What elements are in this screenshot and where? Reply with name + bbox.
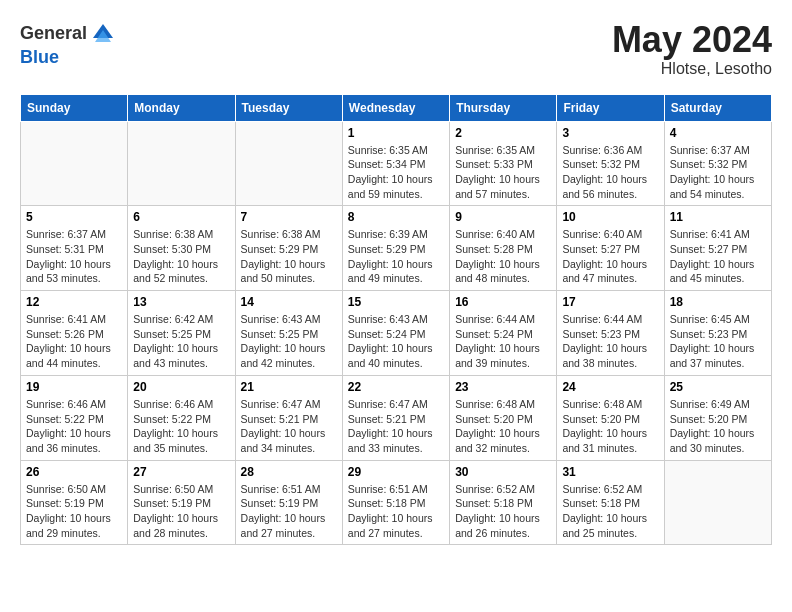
day-info: Sunrise: 6:41 AMSunset: 5:26 PMDaylight:…	[26, 312, 122, 371]
calendar-cell: 18Sunrise: 6:45 AMSunset: 5:23 PMDayligh…	[664, 291, 771, 376]
day-number: 1	[348, 126, 444, 140]
day-number: 4	[670, 126, 766, 140]
calendar-cell	[235, 121, 342, 206]
calendar-cell: 10Sunrise: 6:40 AMSunset: 5:27 PMDayligh…	[557, 206, 664, 291]
day-number: 28	[241, 465, 337, 479]
day-info: Sunrise: 6:47 AMSunset: 5:21 PMDaylight:…	[348, 397, 444, 456]
week-row-3: 19Sunrise: 6:46 AMSunset: 5:22 PMDayligh…	[21, 375, 772, 460]
day-number: 19	[26, 380, 122, 394]
day-info: Sunrise: 6:38 AMSunset: 5:29 PMDaylight:…	[241, 227, 337, 286]
day-info: Sunrise: 6:40 AMSunset: 5:28 PMDaylight:…	[455, 227, 551, 286]
day-info: Sunrise: 6:50 AMSunset: 5:19 PMDaylight:…	[26, 482, 122, 541]
day-number: 6	[133, 210, 229, 224]
day-number: 11	[670, 210, 766, 224]
day-info: Sunrise: 6:48 AMSunset: 5:20 PMDaylight:…	[455, 397, 551, 456]
day-number: 16	[455, 295, 551, 309]
week-row-4: 26Sunrise: 6:50 AMSunset: 5:19 PMDayligh…	[21, 460, 772, 545]
weekday-header-row: Sunday Monday Tuesday Wednesday Thursday…	[21, 94, 772, 121]
day-info: Sunrise: 6:38 AMSunset: 5:30 PMDaylight:…	[133, 227, 229, 286]
header-monday: Monday	[128, 94, 235, 121]
day-info: Sunrise: 6:47 AMSunset: 5:21 PMDaylight:…	[241, 397, 337, 456]
calendar-cell	[664, 460, 771, 545]
week-row-0: 1Sunrise: 6:35 AMSunset: 5:34 PMDaylight…	[21, 121, 772, 206]
calendar-cell: 28Sunrise: 6:51 AMSunset: 5:19 PMDayligh…	[235, 460, 342, 545]
day-info: Sunrise: 6:49 AMSunset: 5:20 PMDaylight:…	[670, 397, 766, 456]
calendar-cell: 9Sunrise: 6:40 AMSunset: 5:28 PMDaylight…	[450, 206, 557, 291]
day-info: Sunrise: 6:50 AMSunset: 5:19 PMDaylight:…	[133, 482, 229, 541]
day-info: Sunrise: 6:52 AMSunset: 5:18 PMDaylight:…	[562, 482, 658, 541]
logo-blue: Blue	[20, 48, 117, 68]
day-number: 26	[26, 465, 122, 479]
day-number: 9	[455, 210, 551, 224]
day-number: 20	[133, 380, 229, 394]
day-info: Sunrise: 6:44 AMSunset: 5:23 PMDaylight:…	[562, 312, 658, 371]
logo-general: General	[20, 24, 87, 44]
day-info: Sunrise: 6:51 AMSunset: 5:18 PMDaylight:…	[348, 482, 444, 541]
day-info: Sunrise: 6:39 AMSunset: 5:29 PMDaylight:…	[348, 227, 444, 286]
day-info: Sunrise: 6:37 AMSunset: 5:32 PMDaylight:…	[670, 143, 766, 202]
day-number: 23	[455, 380, 551, 394]
calendar-cell: 8Sunrise: 6:39 AMSunset: 5:29 PMDaylight…	[342, 206, 449, 291]
calendar-cell: 29Sunrise: 6:51 AMSunset: 5:18 PMDayligh…	[342, 460, 449, 545]
header-thursday: Thursday	[450, 94, 557, 121]
day-info: Sunrise: 6:42 AMSunset: 5:25 PMDaylight:…	[133, 312, 229, 371]
day-number: 2	[455, 126, 551, 140]
day-number: 31	[562, 465, 658, 479]
day-info: Sunrise: 6:45 AMSunset: 5:23 PMDaylight:…	[670, 312, 766, 371]
day-number: 10	[562, 210, 658, 224]
day-info: Sunrise: 6:41 AMSunset: 5:27 PMDaylight:…	[670, 227, 766, 286]
day-number: 3	[562, 126, 658, 140]
day-number: 21	[241, 380, 337, 394]
calendar-cell: 30Sunrise: 6:52 AMSunset: 5:18 PMDayligh…	[450, 460, 557, 545]
day-info: Sunrise: 6:35 AMSunset: 5:33 PMDaylight:…	[455, 143, 551, 202]
calendar-cell: 6Sunrise: 6:38 AMSunset: 5:30 PMDaylight…	[128, 206, 235, 291]
calendar-cell: 31Sunrise: 6:52 AMSunset: 5:18 PMDayligh…	[557, 460, 664, 545]
calendar-cell: 20Sunrise: 6:46 AMSunset: 5:22 PMDayligh…	[128, 375, 235, 460]
day-info: Sunrise: 6:43 AMSunset: 5:24 PMDaylight:…	[348, 312, 444, 371]
week-row-2: 12Sunrise: 6:41 AMSunset: 5:26 PMDayligh…	[21, 291, 772, 376]
calendar-cell: 21Sunrise: 6:47 AMSunset: 5:21 PMDayligh…	[235, 375, 342, 460]
day-number: 27	[133, 465, 229, 479]
day-number: 24	[562, 380, 658, 394]
day-number: 25	[670, 380, 766, 394]
calendar-cell	[128, 121, 235, 206]
calendar-cell: 27Sunrise: 6:50 AMSunset: 5:19 PMDayligh…	[128, 460, 235, 545]
day-number: 13	[133, 295, 229, 309]
day-info: Sunrise: 6:52 AMSunset: 5:18 PMDaylight:…	[455, 482, 551, 541]
header-saturday: Saturday	[664, 94, 771, 121]
day-info: Sunrise: 6:51 AMSunset: 5:19 PMDaylight:…	[241, 482, 337, 541]
title-location: Hlotse, Lesotho	[612, 60, 772, 78]
title-block: May 2024 Hlotse, Lesotho	[612, 20, 772, 78]
day-info: Sunrise: 6:46 AMSunset: 5:22 PMDaylight:…	[133, 397, 229, 456]
calendar: Sunday Monday Tuesday Wednesday Thursday…	[20, 94, 772, 546]
calendar-cell: 4Sunrise: 6:37 AMSunset: 5:32 PMDaylight…	[664, 121, 771, 206]
calendar-cell: 16Sunrise: 6:44 AMSunset: 5:24 PMDayligh…	[450, 291, 557, 376]
header-friday: Friday	[557, 94, 664, 121]
calendar-cell: 19Sunrise: 6:46 AMSunset: 5:22 PMDayligh…	[21, 375, 128, 460]
day-info: Sunrise: 6:36 AMSunset: 5:32 PMDaylight:…	[562, 143, 658, 202]
calendar-cell: 13Sunrise: 6:42 AMSunset: 5:25 PMDayligh…	[128, 291, 235, 376]
calendar-cell: 26Sunrise: 6:50 AMSunset: 5:19 PMDayligh…	[21, 460, 128, 545]
calendar-cell: 25Sunrise: 6:49 AMSunset: 5:20 PMDayligh…	[664, 375, 771, 460]
title-month: May 2024	[612, 20, 772, 60]
day-number: 14	[241, 295, 337, 309]
day-number: 7	[241, 210, 337, 224]
day-number: 8	[348, 210, 444, 224]
header-sunday: Sunday	[21, 94, 128, 121]
calendar-cell: 2Sunrise: 6:35 AMSunset: 5:33 PMDaylight…	[450, 121, 557, 206]
day-info: Sunrise: 6:46 AMSunset: 5:22 PMDaylight:…	[26, 397, 122, 456]
logo-icon	[89, 20, 117, 48]
calendar-cell: 1Sunrise: 6:35 AMSunset: 5:34 PMDaylight…	[342, 121, 449, 206]
calendar-cell: 17Sunrise: 6:44 AMSunset: 5:23 PMDayligh…	[557, 291, 664, 376]
header-tuesday: Tuesday	[235, 94, 342, 121]
calendar-cell: 15Sunrise: 6:43 AMSunset: 5:24 PMDayligh…	[342, 291, 449, 376]
logo: General Blue	[20, 20, 117, 68]
header-wednesday: Wednesday	[342, 94, 449, 121]
day-number: 12	[26, 295, 122, 309]
calendar-cell: 11Sunrise: 6:41 AMSunset: 5:27 PMDayligh…	[664, 206, 771, 291]
calendar-cell: 12Sunrise: 6:41 AMSunset: 5:26 PMDayligh…	[21, 291, 128, 376]
calendar-cell: 14Sunrise: 6:43 AMSunset: 5:25 PMDayligh…	[235, 291, 342, 376]
day-number: 30	[455, 465, 551, 479]
day-number: 18	[670, 295, 766, 309]
day-info: Sunrise: 6:44 AMSunset: 5:24 PMDaylight:…	[455, 312, 551, 371]
